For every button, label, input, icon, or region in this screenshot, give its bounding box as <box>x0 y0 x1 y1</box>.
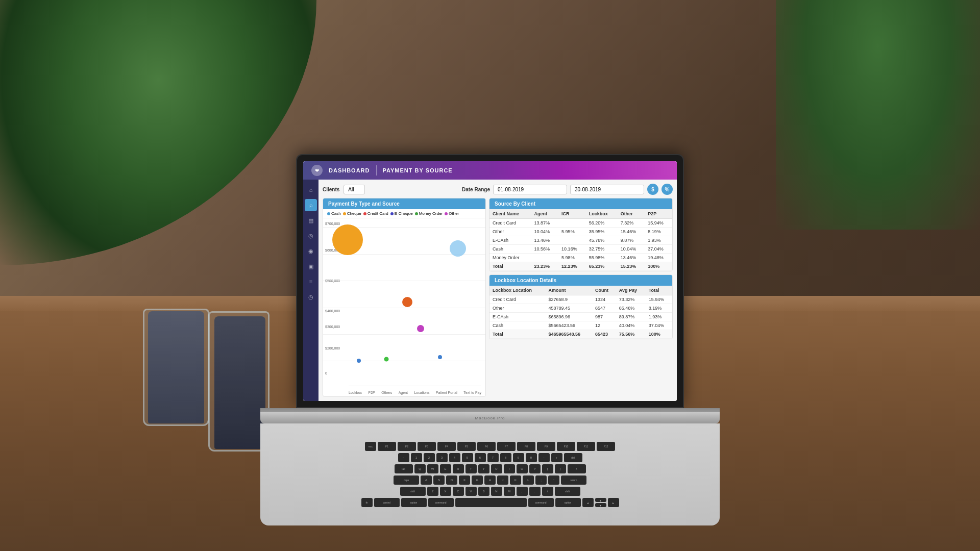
key-f2[interactable]: F2 <box>398 442 416 451</box>
key-option-l[interactable]: option <box>401 498 427 507</box>
key-fn[interactable]: fn <box>361 498 373 507</box>
sidebar-item-gauge[interactable]: ◷ <box>305 291 317 303</box>
key-f6[interactable]: F6 <box>477 442 496 451</box>
sidebar-item-search[interactable]: ⌕ <box>305 199 317 211</box>
key-f[interactable]: F <box>459 475 470 485</box>
key-f8[interactable]: F8 <box>517 442 535 451</box>
key-6[interactable]: 6 <box>475 453 486 462</box>
key-e[interactable]: E <box>440 464 451 473</box>
key-backslash[interactable]: \ <box>568 464 586 473</box>
key-o[interactable]: O <box>517 464 528 473</box>
grid-line-4 <box>323 308 485 308</box>
key-period[interactable]: . <box>529 487 541 496</box>
key-command-r[interactable]: command <box>528 498 554 507</box>
key-f3[interactable]: F3 <box>418 442 436 451</box>
key-shift-r[interactable]: shift <box>555 487 580 496</box>
key-p[interactable]: P <box>529 464 541 473</box>
key-w[interactable]: W <box>427 464 438 473</box>
key-control[interactable]: control <box>374 498 400 507</box>
sidebar-item-list[interactable]: ≡ <box>305 276 317 288</box>
sidebar-item-card[interactable]: ▤ <box>305 214 317 227</box>
key-x[interactable]: X <box>440 487 451 496</box>
key-arrow-right[interactable]: ▸ <box>608 498 619 507</box>
sidebar-item-location[interactable]: ◎ <box>305 230 317 242</box>
key-i[interactable]: I <box>504 464 515 473</box>
cell-amount: 458789.45 <box>545 304 592 313</box>
key-u[interactable]: U <box>491 464 502 473</box>
key-4[interactable]: 4 <box>449 453 460 462</box>
key-caps[interactable]: caps <box>394 475 419 485</box>
key-f5[interactable]: F5 <box>457 442 476 451</box>
key-plus[interactable]: + <box>551 453 562 462</box>
key-arrow-down[interactable]: ▾ <box>595 503 606 507</box>
key-0[interactable]: 0 <box>526 453 537 462</box>
col-avg-pay: Avg Pay <box>616 286 646 295</box>
cell-count: 65423 <box>592 330 616 339</box>
key-tilde[interactable]: ~ <box>398 453 409 462</box>
key-f12[interactable]: F12 <box>597 442 615 451</box>
cell-other: 9.87% <box>618 236 645 245</box>
key-b[interactable]: B <box>478 487 489 496</box>
clients-select[interactable]: All <box>344 185 365 194</box>
key-delete[interactable]: del <box>564 453 582 462</box>
key-q[interactable]: Q <box>414 464 426 473</box>
key-8[interactable]: 8 <box>500 453 511 462</box>
key-f11[interactable]: F11 <box>577 442 595 451</box>
key-quote[interactable]: ' <box>548 475 559 485</box>
key-t[interactable]: T <box>465 464 477 473</box>
dollar-toggle[interactable]: $ <box>647 184 658 195</box>
key-z[interactable]: Z <box>427 487 438 496</box>
sidebar-item-profile[interactable]: ◉ <box>305 245 317 257</box>
key-f9[interactable]: F9 <box>537 442 555 451</box>
key-5[interactable]: 5 <box>462 453 473 462</box>
key-d[interactable]: D <box>446 475 457 485</box>
key-1[interactable]: 1 <box>411 453 422 462</box>
key-f1[interactable]: F1 <box>378 442 396 451</box>
key-bracket-r[interactable]: ] <box>555 464 566 473</box>
key-return[interactable]: return <box>561 475 586 485</box>
key-9[interactable]: 9 <box>513 453 524 462</box>
key-command-l[interactable]: command <box>428 498 454 507</box>
key-h[interactable]: H <box>484 475 496 485</box>
key-esc[interactable]: esc <box>365 442 376 451</box>
lockbox-table-header-row: Lockbox Location Amount Count Avg Pay To… <box>489 286 672 295</box>
key-g[interactable]: G <box>472 475 483 485</box>
key-y[interactable]: Y <box>478 464 489 473</box>
key-j[interactable]: J <box>497 475 508 485</box>
key-minus[interactable]: - <box>538 453 550 462</box>
key-f4[interactable]: F4 <box>437 442 456 451</box>
cell-p2p: 19.46% <box>645 254 672 262</box>
key-bracket-l[interactable]: [ <box>542 464 553 473</box>
key-semicolon[interactable]: ; <box>535 475 547 485</box>
key-arrow-left[interactable]: ◂ <box>582 498 594 507</box>
key-space[interactable] <box>455 498 527 507</box>
key-7[interactable]: 7 <box>487 453 499 462</box>
legend-echeque: E-Cheque <box>390 211 413 216</box>
key-m[interactable]: M <box>504 487 515 496</box>
key-3[interactable]: 3 <box>436 453 448 462</box>
key-option-r[interactable]: option <box>555 498 581 507</box>
key-s[interactable]: S <box>433 475 445 485</box>
key-slash[interactable]: / <box>542 487 553 496</box>
key-k[interactable]: K <box>510 475 521 485</box>
key-c[interactable]: C <box>453 487 464 496</box>
percent-toggle[interactable]: % <box>662 184 673 195</box>
date-to-input[interactable] <box>570 185 644 194</box>
sidebar-item-id[interactable]: ▣ <box>305 260 317 272</box>
sidebar-item-home[interactable]: ⌂ <box>305 184 317 196</box>
key-r[interactable]: R <box>453 464 464 473</box>
key-arrow-up[interactable]: ▴ <box>595 498 606 502</box>
key-f7[interactable]: F7 <box>497 442 516 451</box>
key-tab[interactable]: tab <box>395 464 413 473</box>
date-from-input[interactable] <box>493 185 567 194</box>
key-shift-l[interactable]: shift <box>400 487 426 496</box>
key-comma[interactable]: , <box>517 487 528 496</box>
key-f10[interactable]: F10 <box>557 442 575 451</box>
key-n[interactable]: N <box>491 487 502 496</box>
key-v[interactable]: V <box>465 487 477 496</box>
key-l[interactable]: L <box>523 475 534 485</box>
col-total: Total <box>646 286 672 295</box>
key-a[interactable]: A <box>421 475 432 485</box>
key-2[interactable]: 2 <box>424 453 435 462</box>
cell-location: E-CAsh <box>489 313 545 321</box>
